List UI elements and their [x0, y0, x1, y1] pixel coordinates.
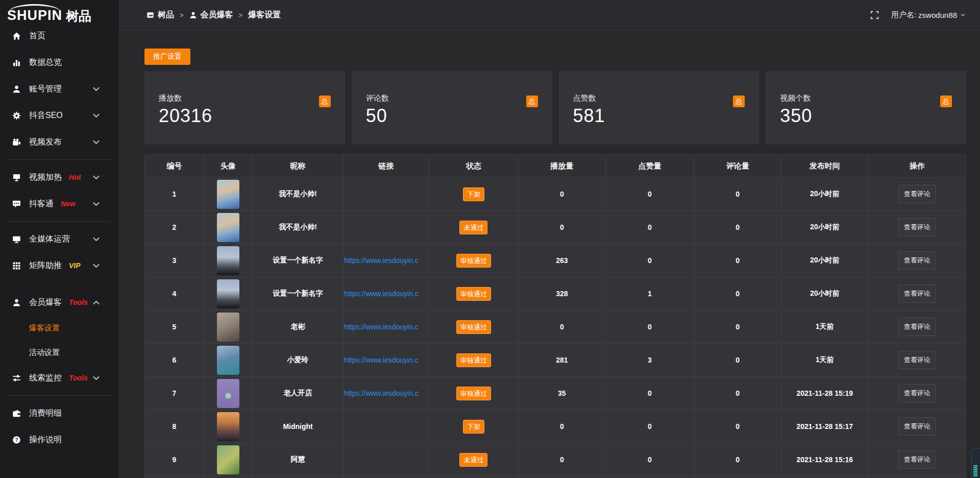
status-badge[interactable]: 未通过 — [459, 221, 487, 234]
chat-icon — [12, 200, 21, 208]
avatar — [217, 213, 239, 242]
breadcrumb-label: 树品 — [158, 10, 174, 20]
status-badge[interactable]: 审核通过 — [456, 254, 491, 268]
avatar — [217, 180, 239, 209]
chevron-down-icon — [92, 85, 101, 93]
cell-nickname: 设置一个新名字 — [252, 244, 344, 277]
sidebar-item[interactable]: 矩阵助推VIP — [0, 252, 119, 279]
floating-widget[interactable] — [971, 448, 980, 478]
sidebar-item-label: 首页 — [29, 31, 45, 41]
sidebar-item[interactable]: 消费明细 — [0, 400, 119, 426]
sidebar-item-label: 账号管理 — [29, 84, 62, 94]
cell-avatar — [204, 178, 252, 211]
sliders-icon — [12, 374, 21, 383]
sidebar-subitem-label: 爆客设置 — [29, 323, 60, 333]
view-comments-button[interactable]: 查看评论 — [898, 284, 936, 303]
cell-likes: 3 — [605, 344, 694, 377]
status-badge[interactable]: 下架 — [463, 187, 484, 201]
sidebar-nav: 首页数据总览账号管理抖音SEO视频发布视频加热Hot抖客通New全媒体运营矩阵助… — [0, 22, 119, 453]
stat-card-label: 点赞数 — [573, 93, 745, 103]
status-badge[interactable]: 未通过 — [459, 453, 487, 467]
cell-action: 查看评论 — [868, 178, 966, 211]
sidebar-item[interactable]: 视频发布 — [0, 129, 119, 155]
cell-publish-time: 20小时前 — [781, 211, 868, 244]
cell-link: https://www.iesdouyin.c — [344, 310, 429, 344]
cell-likes: 0 — [605, 410, 694, 443]
view-comments-button[interactable]: 查看评论 — [898, 417, 936, 436]
cell-avatar — [204, 277, 252, 310]
cell-likes: 0 — [605, 244, 694, 277]
sidebar-item-label: 会员爆客 — [29, 297, 62, 308]
wallet-icon — [12, 409, 21, 418]
sidebar-item[interactable]: 账号管理 — [0, 76, 119, 102]
logo-text-en: SHUPIN — [7, 9, 62, 22]
view-comments-button[interactable]: 查看评论 — [898, 450, 936, 469]
user-icon — [12, 298, 21, 307]
breadcrumb-item[interactable]: 会员爆客 — [189, 10, 233, 20]
breadcrumb-separator: > — [239, 11, 243, 19]
sidebar-subitem[interactable]: 活动设置 — [0, 340, 119, 365]
breadcrumb-item[interactable]: 爆客设置 — [248, 10, 281, 20]
avatar — [217, 412, 239, 441]
column-header: 播放量 — [519, 155, 606, 178]
sidebar-item[interactable]: 全媒体运营 — [0, 226, 119, 252]
video-link[interactable]: https://www.iesdouyin.c — [344, 323, 428, 331]
table-row: 5老彬https://www.iesdouyin.c审核通过0001天前查看评论 — [145, 310, 966, 344]
cell-status: 审核通过 — [429, 310, 518, 344]
video-link[interactable]: https://www.iesdouyin.c — [344, 256, 428, 265]
sidebar-item[interactable]: 首页 — [0, 22, 119, 49]
view-comments-button[interactable]: 查看评论 — [898, 318, 936, 336]
stat-card-value: 350 — [780, 105, 952, 127]
sidebar-item[interactable]: 视频加热Hot — [0, 164, 119, 190]
cell-likes: 0 — [605, 443, 694, 476]
video-link[interactable]: https://www.iesdouyin.c — [344, 356, 428, 364]
column-header: 链接 — [344, 155, 429, 178]
cell-nickname: Midnight — [252, 410, 344, 443]
video-link[interactable]: https://www.iesdouyin.c — [344, 290, 428, 298]
cell-plays: 263 — [519, 244, 606, 277]
cell-publish-time: 2021-11-28 15:19 — [781, 377, 868, 410]
view-comments-button[interactable]: 查看评论 — [898, 251, 936, 270]
cell-status — [429, 476, 518, 478]
status-badge[interactable]: 下架 — [463, 420, 484, 434]
cell-comments: 0 — [694, 344, 781, 377]
status-badge[interactable]: 审核通过 — [456, 353, 491, 367]
sidebar-item[interactable]: 数据总览 — [0, 49, 119, 76]
cell-link: https://www.iesdouyin.c — [344, 377, 429, 410]
view-comments-button[interactable]: 查看评论 — [898, 218, 936, 236]
status-badge[interactable]: 审核通过 — [456, 320, 491, 334]
cell-status: 审核通过 — [429, 244, 518, 277]
sidebar-divider — [8, 395, 111, 396]
cell-nickname: 我不是小帅! — [252, 178, 344, 211]
cell-link — [344, 476, 429, 478]
status-badge[interactable]: 审核通过 — [456, 387, 491, 400]
cell-plays: 328 — [519, 277, 606, 310]
sidebar-item[interactable]: 会员爆客Tools — [0, 289, 119, 316]
user-menu[interactable]: 用户名: zswodun88 — [891, 10, 966, 20]
cell-nickname: 阿慧 — [252, 443, 344, 476]
video-link[interactable]: https://www.iesdouyin.c — [344, 389, 428, 397]
view-comments-button[interactable]: 查看评论 — [898, 351, 936, 369]
breadcrumb-label: 爆客设置 — [248, 10, 281, 20]
sidebar-item[interactable]: 抖音SEO — [0, 102, 119, 129]
cell-number: 3 — [145, 244, 204, 277]
cell-likes: 0 — [605, 211, 694, 244]
status-badge[interactable]: 审核通过 — [456, 287, 491, 301]
breadcrumb-item[interactable]: 树品 — [146, 10, 174, 20]
fullscreen-icon[interactable] — [870, 11, 879, 19]
sidebar-item-label: 操作说明 — [29, 435, 62, 445]
view-comments-button[interactable]: 查看评论 — [898, 384, 936, 402]
column-header: 操作 — [868, 155, 966, 178]
cell-publish-time: 2021-11-28 15:16 — [781, 443, 868, 476]
sidebar-item-badge: Tools — [69, 374, 88, 382]
view-comments-button[interactable]: 查看评论 — [898, 185, 936, 203]
cell-avatar — [204, 377, 252, 410]
sidebar-gap — [0, 279, 119, 289]
sidebar-subitem[interactable]: 爆客设置 — [0, 316, 119, 340]
app-logo[interactable]: SHUPIN 树品 — [0, 0, 119, 22]
sidebar-item[interactable]: ?操作说明 — [0, 426, 119, 453]
sidebar-item[interactable]: 线索监控Tools — [0, 365, 119, 391]
promo-settings-button[interactable]: 推广设置 — [144, 49, 190, 65]
table-row: 2我不是小帅!未通过00020小时前查看评论 — [145, 211, 966, 244]
sidebar-item[interactable]: 抖客通New — [0, 190, 119, 217]
